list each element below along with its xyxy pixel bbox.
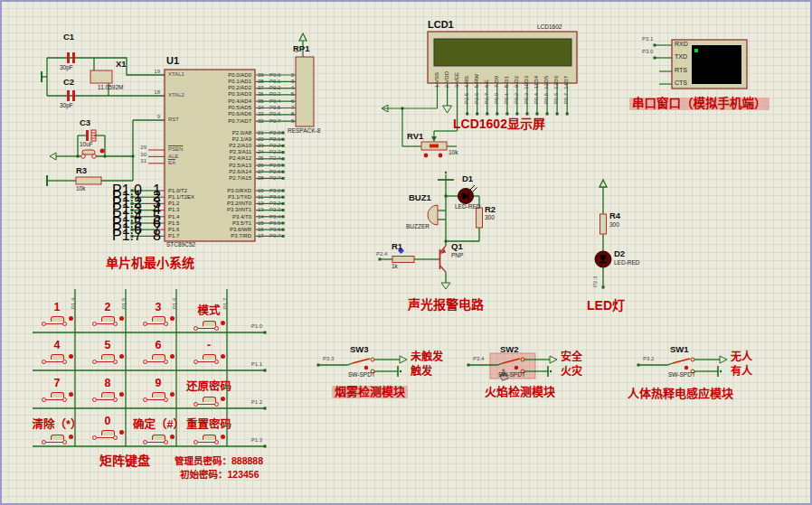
reset-button[interactable] bbox=[81, 149, 105, 159]
mcu-pin-name: P0.1/AD1 bbox=[168, 79, 251, 85]
button-actuator-dot[interactable] bbox=[119, 316, 124, 321]
rv1-adjust-down-dot[interactable] bbox=[424, 154, 429, 158]
keypad-key-label: 模式 bbox=[184, 301, 234, 318]
keypad-key[interactable]: 3 bbox=[133, 298, 184, 336]
sw2-actuator-dot[interactable] bbox=[515, 366, 518, 369]
keypad-button[interactable] bbox=[193, 397, 225, 408]
keypad-button[interactable] bbox=[193, 354, 225, 366]
sw3-lever[interactable] bbox=[353, 359, 370, 363]
sw1-lever[interactable] bbox=[673, 359, 690, 363]
keypad-key[interactable]: 8 bbox=[82, 374, 133, 412]
caption-serial: 串口窗口（模拟手机端） bbox=[629, 98, 770, 110]
keypad-button[interactable] bbox=[193, 435, 225, 446]
net-label-p24: P2.4 bbox=[376, 251, 387, 257]
keypad-button[interactable] bbox=[41, 316, 73, 328]
keypad-key[interactable]: - bbox=[184, 336, 234, 374]
button-actuator-dot[interactable] bbox=[170, 354, 175, 359]
pin-number: 17 bbox=[258, 233, 269, 238]
keypad-key[interactable]: 模式 bbox=[184, 298, 234, 336]
keypad-key-label: 2 bbox=[82, 301, 133, 313]
keypad-button[interactable] bbox=[142, 316, 175, 328]
buz1-part: BUZZER bbox=[406, 224, 430, 230]
keypad-row-terminals bbox=[264, 332, 267, 448]
lcd-pin-number: 5 bbox=[474, 85, 479, 88]
button-contact-line bbox=[46, 399, 64, 400]
button-contact-line bbox=[198, 404, 216, 405]
net-label: P2.6 bbox=[269, 169, 280, 174]
keypad-key[interactable]: 7 bbox=[32, 374, 82, 412]
sw3-actuator-dot[interactable] bbox=[364, 366, 368, 369]
net-label: P3.0 bbox=[269, 188, 280, 193]
lcd-pin-labels: VSS 1 VDD 2 VEE 3 RS 4 P2.5 RW 5 P2.6 E bbox=[431, 67, 572, 114]
button-actuator-dot[interactable] bbox=[69, 354, 73, 359]
keypad-button[interactable] bbox=[142, 435, 175, 446]
net-label: P0.6 bbox=[269, 111, 280, 117]
keypad-key-label: - bbox=[184, 339, 234, 351]
keypad-key[interactable]: 9 bbox=[133, 374, 184, 412]
button-actuator-dot[interactable] bbox=[170, 435, 175, 439]
keypad-button[interactable] bbox=[41, 392, 73, 404]
lcd-ref: LCD1 bbox=[428, 20, 454, 31]
button-actuator-dot[interactable] bbox=[170, 316, 175, 321]
net-label: P0.2 bbox=[514, 93, 519, 104]
keypad-button[interactable] bbox=[91, 430, 124, 442]
button-cap bbox=[152, 354, 165, 360]
r3-ref: R3 bbox=[76, 166, 87, 175]
keypad-button[interactable] bbox=[193, 321, 225, 332]
keypad-key[interactable]: 还原密码 bbox=[184, 374, 234, 412]
keypad-button[interactable] bbox=[142, 354, 175, 366]
button-terminal-right bbox=[164, 322, 168, 326]
keypad-button[interactable] bbox=[41, 435, 73, 446]
button-actuator-dot[interactable] bbox=[221, 435, 225, 439]
button-actuator-dot[interactable] bbox=[221, 397, 225, 401]
button-actuator-dot[interactable] bbox=[69, 316, 73, 321]
serial-pin-name: CTS bbox=[675, 79, 688, 92]
keypad-key[interactable]: 0 bbox=[82, 412, 133, 450]
net-label: P3.4 bbox=[269, 214, 280, 220]
button-contact-line bbox=[46, 442, 64, 443]
net-label: P2.5 bbox=[464, 93, 469, 104]
button-actuator-dot[interactable] bbox=[119, 392, 124, 397]
pin-number: 7 bbox=[285, 105, 294, 111]
mcu-part: STC89C52 bbox=[166, 242, 195, 248]
junction-dot bbox=[444, 194, 447, 197]
keypad-button[interactable] bbox=[91, 316, 124, 328]
button-actuator-dot[interactable] bbox=[69, 392, 73, 397]
keypad-key[interactable]: 4 bbox=[32, 336, 82, 374]
button-actuator-dot[interactable] bbox=[170, 392, 175, 397]
button-actuator-dot[interactable] bbox=[221, 321, 225, 325]
button-terminal-left bbox=[194, 402, 198, 407]
caption-keypad: 矩阵键盘 bbox=[99, 454, 150, 468]
keypad-button[interactable] bbox=[91, 354, 124, 366]
button-actuator-dot[interactable] bbox=[221, 354, 225, 359]
keypad-button[interactable] bbox=[91, 392, 124, 404]
button-contact-line bbox=[198, 328, 216, 329]
keypad-key[interactable]: 6 bbox=[133, 336, 184, 374]
button-cap bbox=[152, 392, 165, 397]
net-label: P0.5 bbox=[543, 93, 549, 104]
button-actuator-dot[interactable] bbox=[69, 435, 73, 439]
sw1-actuator-dot[interactable] bbox=[685, 366, 688, 369]
sw1-part: SW-SPDT bbox=[668, 372, 695, 379]
button-cap bbox=[101, 392, 115, 397]
pin-num-9: 9 bbox=[147, 114, 160, 119]
pin-num-29: 29 bbox=[134, 145, 146, 150]
mcu-p2-names: P2.0/A8P2.1/A9P2.2/A10P2.3/A11P2.4/A12P2… bbox=[168, 130, 251, 182]
button-actuator-dot[interactable] bbox=[100, 149, 105, 154]
pin-number: 38 bbox=[258, 79, 269, 84]
keypad-key[interactable]: 清除（*） bbox=[32, 412, 82, 450]
sw2-part: SW-SPDT bbox=[498, 372, 525, 379]
rv1-pot[interactable] bbox=[421, 136, 447, 157]
keypad-key[interactable]: 5 bbox=[82, 336, 133, 374]
rv1-adjust-up-dot[interactable] bbox=[439, 154, 443, 158]
keypad-button[interactable] bbox=[142, 392, 175, 404]
keypad-button[interactable] bbox=[41, 354, 73, 366]
keypad-key[interactable]: 2 bbox=[82, 298, 133, 336]
keypad-key[interactable]: 重置密码 bbox=[184, 412, 234, 450]
input-terminal-arrow bbox=[50, 153, 56, 160]
keypad-key[interactable]: 确定（#） bbox=[133, 412, 184, 450]
button-actuator-dot[interactable] bbox=[119, 430, 124, 435]
keypad-key[interactable]: 1 bbox=[32, 298, 82, 336]
pin-number: 27 bbox=[258, 169, 269, 174]
button-actuator-dot[interactable] bbox=[119, 354, 124, 359]
